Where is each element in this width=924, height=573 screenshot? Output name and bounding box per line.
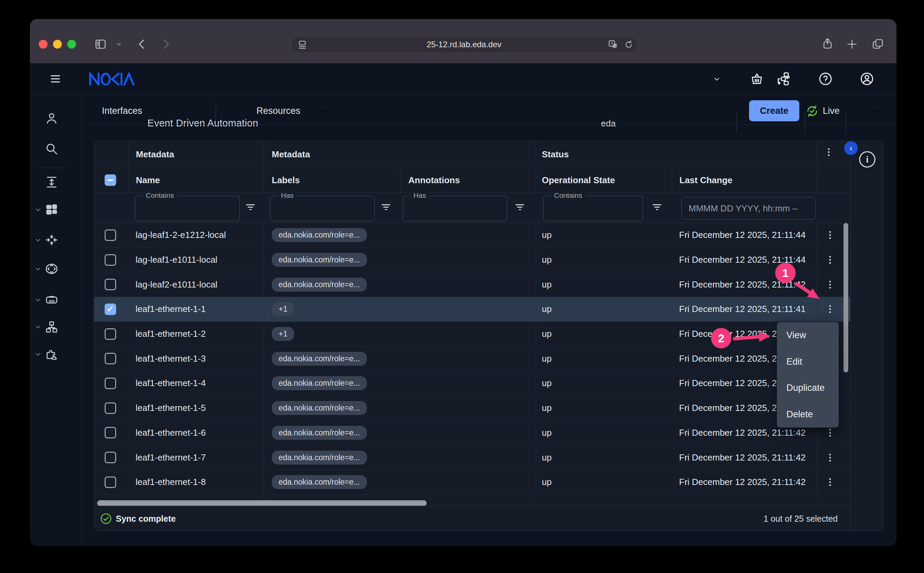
create-button[interactable]: Create	[749, 100, 799, 121]
column-header-annotations[interactable]: Annotations	[400, 168, 536, 193]
table-row[interactable]: leaf1-ethernet-1-8eda.nokia.com/role=e..…	[94, 470, 850, 495]
filter-icon[interactable]	[515, 204, 524, 212]
table-row[interactable]: leaf1-ethernet-1-6eda.nokia.com/role=e..…	[94, 421, 850, 446]
resource-selector[interactable]: Resources	[256, 106, 300, 116]
minimize-window-button[interactable]	[53, 40, 62, 49]
search-icon[interactable]	[45, 142, 58, 155]
label-chip[interactable]: eda.nokia.com/role=e...	[272, 475, 367, 489]
row-checkbox[interactable]	[94, 495, 129, 500]
chevron-down-icon[interactable]	[35, 296, 41, 303]
table-row[interactable]: lag-leaf2-e1011-localeda.nokia.com/role=…	[94, 272, 850, 297]
label-chip[interactable]: +1	[272, 302, 294, 316]
row-checkbox[interactable]	[94, 223, 129, 247]
label-chip[interactable]: eda.nokia.com/role=e...	[272, 228, 367, 242]
close-window-button[interactable]	[39, 40, 48, 49]
person-icon[interactable]	[45, 112, 58, 125]
table-row[interactable]: leaf1-ethernet-1-5eda.nokia.com/role=e..…	[94, 396, 850, 421]
row-checkbox[interactable]: ✓	[94, 297, 129, 321]
new-tab-icon[interactable]	[846, 38, 858, 50]
column-header-labels[interactable]: Labels	[264, 168, 400, 193]
translate-icon[interactable]: A x	[608, 39, 618, 50]
basket-icon[interactable]	[750, 72, 764, 86]
row-checkbox[interactable]	[94, 346, 129, 371]
sidebar-toggle-icon[interactable]	[94, 38, 107, 50]
label-chip[interactable]: eda.nokia.com/role=e...	[272, 451, 367, 465]
filter-icon[interactable]	[246, 204, 255, 212]
opstate-filter-input[interactable]: Contains	[543, 196, 643, 221]
row-actions-kebab-icon[interactable]	[817, 272, 843, 297]
lastchange-date-filter-input[interactable]: MMMM DD YYYY, hh:mm –	[682, 197, 816, 219]
column-header-name[interactable]: Name	[129, 168, 264, 193]
column-header-lastchange[interactable]: Last Change	[672, 168, 817, 193]
chevron-down-icon[interactable]	[35, 236, 41, 243]
table-settings-kebab-icon[interactable]	[828, 147, 830, 157]
table-row[interactable]: lag-leaf1-2-e1212-localeda.nokia.com/rol…	[94, 223, 850, 248]
annotations-filter-input[interactable]: Has	[403, 196, 507, 221]
menu-icon[interactable]	[49, 73, 61, 85]
table-row[interactable]: ✓leaf1-ethernet-1-1+1upFri December 12 2…	[94, 297, 850, 322]
chevron-down-icon[interactable]	[873, 108, 881, 116]
row-actions-kebab-icon[interactable]	[817, 445, 843, 470]
label-chip[interactable]: eda.nokia.com/role=e...	[272, 426, 367, 440]
dashboard-grid-icon[interactable]	[45, 203, 58, 216]
back-icon[interactable]	[136, 38, 148, 50]
converge-arrows-icon[interactable]	[45, 233, 58, 246]
table-row[interactable]: lag-leaf1-e1011-localeda.nokia.com/role=…	[94, 248, 850, 272]
collapse-vertical-icon[interactable]	[45, 176, 58, 189]
row-actions-kebab-icon[interactable]	[817, 297, 843, 321]
row-checkbox[interactable]	[94, 470, 129, 495]
url-text[interactable]: 25-12.rd.lab.eda.dev	[291, 36, 637, 53]
device-icon[interactable]	[45, 293, 58, 306]
table-row[interactable]: leaf1-ethernet-1-7eda.nokia.com/role=e..…	[94, 445, 850, 470]
dial-icon[interactable]	[45, 262, 58, 275]
row-checkbox[interactable]	[94, 371, 129, 396]
row-checkbox[interactable]	[94, 272, 129, 297]
row-checkbox[interactable]	[94, 248, 129, 272]
unchecked-checkbox-icon[interactable]	[105, 452, 116, 463]
unchecked-checkbox-icon[interactable]	[105, 328, 116, 340]
vertical-scrollbar[interactable]	[843, 223, 848, 373]
indeterminate-checkbox-icon[interactable]	[105, 174, 116, 186]
select-all-checkbox[interactable]	[94, 168, 129, 193]
unchecked-checkbox-icon[interactable]	[105, 402, 116, 414]
unchecked-checkbox-icon[interactable]	[105, 353, 116, 364]
row-actions-kebab-icon[interactable]	[817, 248, 843, 272]
chevron-down-icon[interactable]	[35, 351, 41, 357]
unchecked-checkbox-icon[interactable]	[105, 279, 116, 290]
filter-icon[interactable]	[652, 204, 662, 212]
help-icon[interactable]	[819, 72, 832, 86]
label-chip[interactable]: eda.nokia.com/role=e...	[272, 253, 367, 267]
nav-tab-interfaces[interactable]: Interfaces	[102, 106, 142, 116]
chevron-down-icon[interactable]	[116, 41, 122, 48]
namespace-selector[interactable]: eda	[601, 118, 615, 129]
topology-icon[interactable]	[45, 321, 58, 333]
label-chip[interactable]: eda.nokia.com/role=e...	[272, 401, 367, 415]
filter-icon[interactable]	[381, 204, 391, 212]
unchecked-checkbox-icon[interactable]	[105, 377, 116, 389]
column-header-opstate[interactable]: Operational State	[536, 168, 672, 193]
table-row[interactable]: leaf1-ethernet-1-4eda.nokia.com/role=e..…	[94, 371, 850, 396]
table-row[interactable]: leaf1-ethernet-1-3eda.nokia.com/role=e..…	[94, 346, 850, 371]
row-checkbox[interactable]	[94, 396, 129, 420]
workflow-icon[interactable]	[777, 72, 790, 86]
forward-icon[interactable]	[160, 38, 172, 50]
label-chip[interactable]: eda.nokia.com/role=e...	[272, 376, 367, 390]
row-actions-kebab-icon[interactable]	[817, 495, 843, 500]
unchecked-checkbox-icon[interactable]	[105, 427, 116, 438]
collapse-panel-button[interactable]: ‹	[844, 141, 858, 155]
tab-overview-icon[interactable]	[872, 38, 884, 50]
horizontal-scrollbar[interactable]	[97, 500, 427, 506]
chevron-down-icon[interactable]	[35, 324, 41, 330]
menu-item-delete[interactable]: Delete	[777, 401, 839, 428]
row-checkbox[interactable]	[94, 421, 129, 445]
chevron-down-icon[interactable]	[318, 108, 327, 116]
table-row[interactable]: leaf1-ethernet-1-2+1upFri December 12 20…	[94, 322, 850, 347]
chevron-down-icon[interactable]	[35, 265, 41, 272]
reload-icon[interactable]	[624, 40, 634, 49]
row-actions-kebab-icon[interactable]	[817, 223, 843, 247]
info-icon[interactable]: i	[859, 151, 876, 168]
row-checkbox[interactable]	[94, 445, 129, 470]
labels-filter-input[interactable]: Has	[270, 196, 375, 221]
checked-checkbox-icon[interactable]: ✓	[105, 304, 116, 315]
label-chip[interactable]: eda.nokia.com/role=e...	[272, 352, 367, 366]
